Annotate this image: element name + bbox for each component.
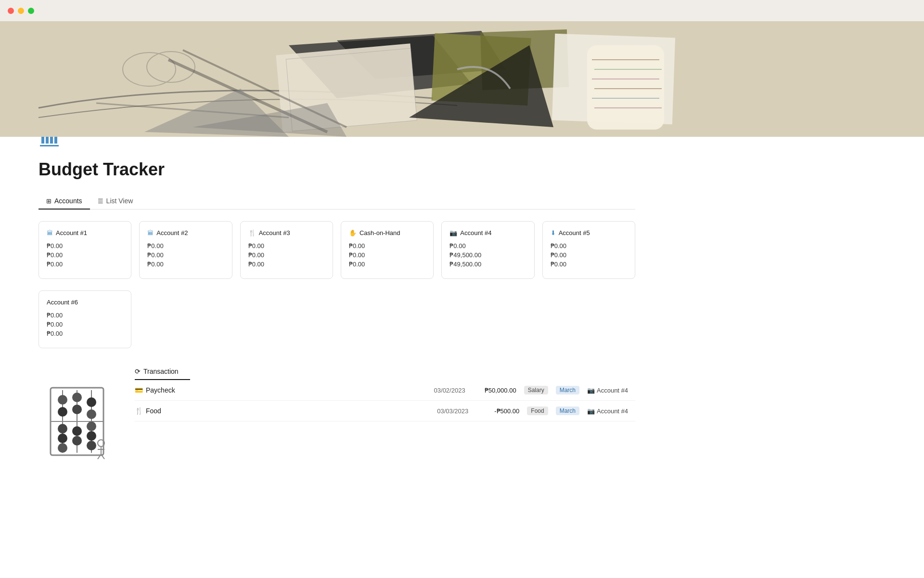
account-5-val2: ₱0.00 xyxy=(551,251,627,259)
account-card-2[interactable]: 🏛 Account #2 ₱0.00 ₱0.00 ₱0.00 xyxy=(139,221,232,279)
account-6-val2: ₱0.00 xyxy=(47,321,123,328)
tx-account-paycheck: 📷 Account #4 xyxy=(587,387,635,394)
camera-icon-4: 📷 xyxy=(449,229,457,236)
transaction-name-food: 🍴 Food xyxy=(135,407,231,415)
account-card-3[interactable]: 🍴 Account #3 ₱0.00 ₱0.00 ₱0.00 xyxy=(240,221,333,279)
hero-banner xyxy=(0,21,924,137)
cash-title: ✋ Cash-on-Hand xyxy=(349,229,425,236)
account-2-val3: ₱0.00 xyxy=(147,261,224,268)
cash-val2: ₱0.00 xyxy=(349,251,425,259)
tx-category-paycheck: Salary xyxy=(524,386,548,394)
maximize-button[interactable] xyxy=(28,8,34,14)
account-5-val1: ₱0.00 xyxy=(551,242,627,250)
transaction-content: ⟳ Transaction 💳 Paycheck 03/02/2023 ₱50,… xyxy=(135,364,635,460)
account-5-title: ⬇ Account #5 xyxy=(551,229,627,236)
account-card-1[interactable]: 🏛 Account #1 ₱0.00 ₱0.00 ₱0.00 xyxy=(38,221,131,279)
transaction-name-paycheck: 💳 Paycheck xyxy=(135,386,231,394)
account-6-val3: ₱0.00 xyxy=(47,330,123,337)
accounts-grid-row2: Account #6 ₱0.00 ₱0.00 ₱0.00 xyxy=(38,290,635,348)
tx-month-paycheck: March xyxy=(556,386,579,394)
account-3-val1: ₱0.00 xyxy=(248,242,325,250)
svg-point-38 xyxy=(87,441,96,450)
list-icon: ☰ xyxy=(98,197,103,205)
abacus-icon xyxy=(46,383,108,460)
svg-point-31 xyxy=(58,424,67,434)
account-3-title: 🍴 Account #3 xyxy=(248,229,325,236)
svg-rect-11 xyxy=(587,45,664,130)
bank-icon-1: 🏛 xyxy=(47,229,53,236)
transaction-meta-food: 03/03/2023 -₱500.00 Food March 📷 Account… xyxy=(237,407,635,415)
svg-point-28 xyxy=(72,405,82,414)
svg-point-33 xyxy=(58,443,67,453)
fork-icon-3: 🍴 xyxy=(248,229,256,236)
account-card-6[interactable]: Account #6 ₱0.00 ₱0.00 ₱0.00 xyxy=(38,290,131,348)
account-card-5[interactable]: ⬇ Account #5 ₱0.00 ₱0.00 ₱0.00 xyxy=(542,221,635,279)
hero-art xyxy=(0,21,924,137)
tx-date-food: 03/03/2023 xyxy=(425,407,468,415)
page-content: 🏛 Budget Tracker ⊞ Accounts ☰ List View … xyxy=(0,125,674,479)
account-4-val1: ₱0.00 xyxy=(449,242,526,250)
account-6-val1: ₱0.00 xyxy=(47,312,123,319)
hand-icon: ✋ xyxy=(349,229,357,236)
svg-point-32 xyxy=(58,434,67,443)
fork-icon-tx: 🍴 xyxy=(135,407,143,415)
account-1-val2: ₱0.00 xyxy=(47,251,123,259)
account-card-cash[interactable]: ✋ Cash-on-Hand ₱0.00 ₱0.00 ₱0.00 xyxy=(341,221,434,279)
transaction-section: ⟳ Transaction 💳 Paycheck 03/02/2023 ₱50,… xyxy=(38,364,635,460)
close-button[interactable] xyxy=(8,8,14,14)
tab-list-view[interactable]: ☰ List View xyxy=(90,193,141,210)
page-title: Budget Tracker xyxy=(38,159,635,180)
tabs-bar: ⊞ Accounts ☰ List View xyxy=(38,193,635,210)
account-1-val1: ₱0.00 xyxy=(47,242,123,250)
account-4-title: 📷 Account #4 xyxy=(449,229,526,236)
svg-point-27 xyxy=(72,393,82,402)
card-icon: 💳 xyxy=(135,386,143,394)
svg-point-30 xyxy=(87,409,96,419)
account-2-val1: ₱0.00 xyxy=(147,242,224,250)
account-1-val3: ₱0.00 xyxy=(47,261,123,268)
tx-amount-food: -₱500.00 xyxy=(476,407,519,415)
camera-icon-tx1: 📷 xyxy=(587,387,595,394)
tx-date-paycheck: 03/02/2023 xyxy=(422,387,465,394)
svg-point-25 xyxy=(58,395,67,405)
transaction-row-paycheck[interactable]: 💳 Paycheck 03/02/2023 ₱50,000.00 Salary … xyxy=(135,380,635,401)
download-icon-5: ⬇ xyxy=(551,229,556,236)
account-5-val3: ₱0.00 xyxy=(551,261,627,268)
transaction-row-food[interactable]: 🍴 Food 03/03/2023 -₱500.00 Food March 📷 … xyxy=(135,401,635,421)
account-2-val2: ₱0.00 xyxy=(147,251,224,259)
svg-point-29 xyxy=(87,397,96,407)
svg-point-26 xyxy=(58,407,67,417)
svg-point-34 xyxy=(72,426,82,436)
account-6-title: Account #6 xyxy=(47,299,123,306)
transaction-tabs: ⟳ Transaction xyxy=(135,364,190,380)
transaction-meta-paycheck: 03/02/2023 ₱50,000.00 Salary March 📷 Acc… xyxy=(237,386,635,394)
cash-val3: ₱0.00 xyxy=(349,261,425,268)
cash-val1: ₱0.00 xyxy=(349,242,425,250)
account-4-val3: ₱49,500.00 xyxy=(449,261,526,268)
tab-accounts[interactable]: ⊞ Accounts xyxy=(38,193,90,210)
svg-point-37 xyxy=(87,431,96,441)
account-4-val2: ₱49,500.00 xyxy=(449,251,526,259)
grid-icon: ⊞ xyxy=(46,197,51,205)
account-1-title: 🏛 Account #1 xyxy=(47,229,123,236)
camera-icon-tx2: 📷 xyxy=(587,407,595,415)
tx-account-food: 📷 Account #4 xyxy=(587,407,635,415)
account-3-val2: ₱0.00 xyxy=(248,251,325,259)
account-card-4[interactable]: 📷 Account #4 ₱0.00 ₱49,500.00 ₱49,500.00 xyxy=(441,221,534,279)
tx-amount-paycheck: ₱50,000.00 xyxy=(473,387,516,394)
transaction-tab[interactable]: ⟳ Transaction xyxy=(135,364,179,380)
account-2-title: 🏛 Account #2 xyxy=(147,229,224,236)
svg-point-36 xyxy=(87,421,96,431)
title-bar xyxy=(0,0,924,21)
account-3-val3: ₱0.00 xyxy=(248,261,325,268)
accounts-grid: 🏛 Account #1 ₱0.00 ₱0.00 ₱0.00 🏛 Account… xyxy=(38,221,635,279)
abacus-image xyxy=(38,364,116,460)
bank-icon-2: 🏛 xyxy=(147,229,154,236)
rotate-icon: ⟳ xyxy=(135,368,141,375)
tx-category-food: Food xyxy=(527,407,548,415)
minimize-button[interactable] xyxy=(18,8,24,14)
svg-point-35 xyxy=(72,436,82,446)
tx-month-food: March xyxy=(556,407,579,415)
